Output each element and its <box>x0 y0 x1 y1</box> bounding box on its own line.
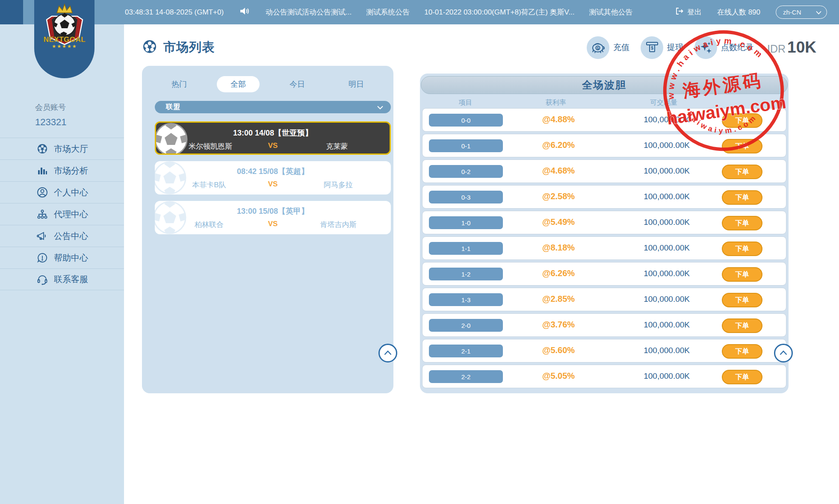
order-button[interactable]: 下单 <box>722 242 762 256</box>
announcement-ticker: 动公告测试活动公告测试...测试系统公告10-01-2022 03:00:00(… <box>266 7 642 17</box>
column-headers: 项目 获利率 可交易量 <box>420 98 789 108</box>
order-button[interactable]: 下单 <box>722 318 762 333</box>
score-label: 0-3 <box>461 194 471 201</box>
withdraw-label: 提现 <box>667 42 683 53</box>
sidebar-menu-label: 市场大厅 <box>54 143 88 155</box>
score-pill[interactable]: 2-2 <box>429 370 503 383</box>
score-pill[interactable]: 1-0 <box>429 216 503 229</box>
panel-title: 全场波胆 <box>582 78 626 92</box>
collapse-list-button[interactable] <box>378 344 397 363</box>
tab-2[interactable]: 全部 <box>217 76 260 92</box>
top-bar: 03:48:31 14-08-2025 (GMT+0) 动公告测试活动公告测试.… <box>0 0 839 24</box>
sidebar-item-3[interactable]: 个人中心 <box>0 181 124 203</box>
odds-row: 1-2 @6.26% 100,000.00K 下单 <box>422 262 786 286</box>
tradable-amount: 100,000.00K <box>619 141 690 150</box>
correct-score-panel: 全场波胆 项目 获利率 可交易量 0-0 @4.88% 100,000.00K … <box>420 74 789 393</box>
score-label: 0-1 <box>461 142 471 150</box>
tradable-amount: 100,000.00K <box>619 166 690 176</box>
svg-text:★★★★★: ★★★★★ <box>52 44 77 49</box>
odds-row: 1-1 @8.18% 100,000.00K 下单 <box>422 236 786 260</box>
market-tabs: 热门全部今日明日 <box>150 76 386 92</box>
page-header: 市场列表 <box>142 38 215 57</box>
score-label: 1-1 <box>461 245 471 252</box>
odds-row: 2-2 @5.05% 100,000.00K 下单 <box>422 365 786 388</box>
score-pill[interactable]: 0-3 <box>429 191 503 203</box>
sidebar-item-1[interactable]: 市场大厅 <box>0 138 124 159</box>
order-button[interactable]: 下单 <box>722 344 762 359</box>
score-pill[interactable]: 0-0 <box>429 114 503 127</box>
match-time: 13:00 14/08 <box>233 129 274 137</box>
odds-row: 0-3 @2.58% 100,000.00K 下单 <box>422 185 786 209</box>
bar-chart-icon <box>37 165 48 176</box>
score-pill[interactable]: 2-0 <box>429 319 503 332</box>
away-team: 肯塔吉内斯 <box>293 220 383 230</box>
tradable-amount: 100,000.00K <box>619 320 690 330</box>
score-pill[interactable]: 0-1 <box>429 139 503 152</box>
score-label: 2-0 <box>461 322 471 329</box>
sidebar-item-2[interactable]: 市场分析 <box>0 159 124 181</box>
column-item: 项目 <box>428 98 502 107</box>
match-card-list: 13:00 14/08【世亚预】 米尔顿凯恩斯 VS 克莱蒙 08:42 15/… <box>155 121 391 241</box>
order-button[interactable]: 下单 <box>722 190 762 205</box>
match-card[interactable]: 13:00 14/08【世亚预】 米尔顿凯恩斯 VS 克莱蒙 <box>155 121 391 155</box>
match-card[interactable]: 13:00 15/08【英甲】 柏林联合 VS 肯塔吉内斯 <box>155 201 391 234</box>
score-pill[interactable]: 1-2 <box>429 268 503 280</box>
panel-title-bar[interactable]: 全场波胆 <box>421 76 788 94</box>
score-pill[interactable]: 2-1 <box>429 345 503 357</box>
order-button[interactable]: 下单 <box>722 216 762 230</box>
tab-3[interactable]: 今日 <box>268 76 327 92</box>
withdraw-button[interactable]: $ 提现 <box>641 36 683 59</box>
corner-block <box>0 0 23 24</box>
user-icon <box>37 187 48 198</box>
collapse-odds-button[interactable] <box>774 344 793 363</box>
announcement-item: 10-01-2022 03:00:00(GMT+8)荷乙(主) 奥斯V... <box>424 7 574 17</box>
tradable-amount: 100,000.00K <box>619 346 690 355</box>
away-team: 克莱蒙 <box>292 141 382 151</box>
score-label: 2-2 <box>461 373 471 380</box>
agent-network-icon <box>37 209 48 220</box>
profit-rate: @5.05% <box>524 371 593 381</box>
column-rate: 获利率 <box>522 98 590 107</box>
score-label: 1-3 <box>461 296 471 304</box>
score-label: 0-2 <box>461 168 471 175</box>
tradable-amount: 100,000.00K <box>619 295 690 304</box>
odds-row: 0-1 @6.20% 100,000.00K 下单 <box>422 134 786 157</box>
sidebar-menu-label: 个人中心 <box>54 187 88 198</box>
sidebar-item-5[interactable]: 公告中心 <box>0 225 124 247</box>
football-icon <box>37 143 48 154</box>
online-count: 在线人数 890 <box>717 7 760 17</box>
svg-text:NEXTGOAL: NEXTGOAL <box>43 35 85 44</box>
page-title: 市场列表 <box>163 39 215 56</box>
order-button[interactable]: 下单 <box>722 113 762 128</box>
sidebar-menu-label: 市场分析 <box>54 165 88 177</box>
tab-4[interactable]: 明日 <box>327 76 386 92</box>
odds-row: 0-2 @4.68% 100,000.00K 下单 <box>422 159 786 183</box>
order-button[interactable]: 下单 <box>722 293 762 307</box>
chevron-down-icon <box>816 9 821 16</box>
score-pill[interactable]: 1-3 <box>429 293 503 306</box>
deposit-label: 充值 <box>613 42 629 53</box>
tab-1[interactable]: 热门 <box>150 76 209 92</box>
order-button[interactable]: 下单 <box>722 267 762 282</box>
match-card[interactable]: 08:42 15/08【英超】 本菲卡B队 VS 阿马多拉 <box>155 161 391 195</box>
points-record-button[interactable]: 点数纪录 <box>694 36 753 59</box>
headset-icon <box>37 274 48 285</box>
deposit-button[interactable]: $ 充值 <box>587 36 629 59</box>
score-pill[interactable]: 0-2 <box>429 165 503 178</box>
match-league: 【世亚预】 <box>274 129 313 137</box>
sidebar-item-4[interactable]: 代理中心 <box>0 203 124 225</box>
order-button[interactable]: 下单 <box>722 370 762 384</box>
chevron-down-icon <box>377 103 383 111</box>
score-pill[interactable]: 1-1 <box>429 242 503 255</box>
tradable-amount: 100,000.00K <box>619 269 690 278</box>
language-select[interactable]: zh-CN <box>776 6 827 19</box>
logout-button[interactable]: 登出 <box>675 7 702 18</box>
odds-row: 1-0 @5.49% 100,000.00K 下单 <box>422 211 786 234</box>
sidebar-item-7[interactable]: 联系客服 <box>0 268 124 290</box>
league-filter-dropdown[interactable]: 联盟 <box>155 101 391 113</box>
sidebar-item-6[interactable]: 帮助中心 <box>0 247 124 268</box>
odds-row: 1-3 @2.85% 100,000.00K 下单 <box>422 288 786 311</box>
order-button[interactable]: 下单 <box>722 165 762 179</box>
order-button[interactable]: 下单 <box>722 139 762 153</box>
tradable-amount: 100,000.00K <box>619 115 690 124</box>
